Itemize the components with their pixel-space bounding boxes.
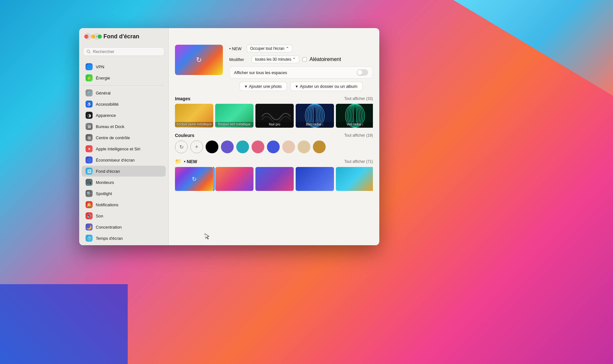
sidebar-item-notifications[interactable]: 🔔 Notifications <box>82 199 166 210</box>
bureau-icon: 🖥 <box>86 123 93 130</box>
new-badge: • NEW <box>229 46 242 51</box>
swatch-add[interactable]: + <box>190 140 203 153</box>
sidebar: 🌐 VPN ⚡ Énergie ⚙️ Général ♿ Accessibili… <box>79 28 169 245</box>
color-swatches: ↻ + <box>175 140 373 153</box>
folder-thumb-1[interactable]: ↻ <box>175 167 213 191</box>
couleurs-see-all[interactable]: Tout afficher (19) <box>344 133 373 138</box>
accessibility-icon: ♿ <box>86 101 93 108</box>
sidebar-label-son: Son <box>96 214 103 218</box>
fill-dropdown[interactable]: Occuper tout l'écran ⌃ <box>247 45 292 52</box>
swatch-purple[interactable] <box>221 140 234 153</box>
thumb-noir-label: Noir pro <box>255 122 294 127</box>
thumb-vert2-label: Vert radial ↓ <box>336 122 373 127</box>
sidebar-label-temps: Temps d'écran <box>96 236 123 241</box>
sidebar-label-spotlight: Spotlight <box>96 191 112 196</box>
swatch-gold[interactable] <box>313 140 326 153</box>
sidebar-item-spotlight[interactable]: 🔍 Spotlight <box>82 188 166 199</box>
random-row: Aléatoirement <box>302 57 341 62</box>
folder-thumb-4[interactable] <box>296 167 334 191</box>
notifications-icon: 🔔 <box>86 201 93 208</box>
swatch-peach[interactable] <box>282 140 295 153</box>
sidebar-item-siri[interactable]: ✦ Apple Intelligence et Siri <box>82 143 166 154</box>
swatch-refresh[interactable]: ↻ <box>175 140 188 153</box>
wallpaper-preview-image: ↻ <box>175 45 223 75</box>
sidebar-item-son[interactable]: 🔊 Son <box>82 210 166 221</box>
thumb-jaune-label: bonjour jaune métallique <box>175 122 213 127</box>
main-content: ‹ › Fond d'écran ↻ • NEW Occuper tout l'… <box>169 28 379 245</box>
swatch-teal[interactable] <box>236 140 249 153</box>
folder-section-title: • NEW <box>184 159 197 164</box>
sidebar-item-concentration[interactable]: 🌙 Concentration <box>82 222 166 232</box>
sidebar-label-concentration: Concentration <box>96 225 122 230</box>
wallpaper-controls: • NEW Occuper tout l'écran ⌃ Modifier to… <box>229 45 373 91</box>
energy-icon: ⚡ <box>86 74 93 81</box>
sidebar-item-accessibilite[interactable]: ♿ Accessibilité <box>82 99 166 110</box>
general-icon: ⚙️ <box>86 89 93 96</box>
thumb-bleu-label: Bleu radial ↓ <box>296 122 334 127</box>
folder-section: 📁 • NEW Tout afficher (71) ↻ <box>175 158 373 191</box>
concentration-icon: 🌙 <box>86 224 93 231</box>
sidebar-label-bureau: Bureau et Dock <box>96 124 125 129</box>
interval-dropdown[interactable]: toutes les 30 minutes ⌃ <box>252 56 299 63</box>
son-icon: 🔊 <box>86 212 93 219</box>
sidebar-label-general: Général <box>96 91 110 95</box>
siri-icon: ✦ <box>86 145 93 152</box>
sidebar-label-apparence: Apparence <box>96 113 116 118</box>
folder-see-all[interactable]: Tout afficher (71) <box>344 159 373 164</box>
svg-point-0 <box>87 50 90 52</box>
folder-thumb-1-refresh-icon: ↻ <box>175 167 213 191</box>
economiseur-icon: 🌀 <box>86 156 93 163</box>
couleurs-section: Couleurs Tout afficher (19) ↻ + <box>175 133 373 153</box>
folder-thumb-2[interactable] <box>215 167 254 191</box>
sidebar-item-centre[interactable]: ⊞ Centre de contrôle <box>82 132 166 143</box>
sidebar-item-apparence[interactable]: ◑ Apparence <box>82 110 166 121</box>
spaces-toggle[interactable] <box>357 69 368 76</box>
sidebar-item-ecran[interactable]: 🔒 Écran verrouillé <box>82 244 166 245</box>
sidebar-label-moniteurs: Moniteurs <box>96 180 114 185</box>
refresh-overlay-icon: ↻ <box>175 45 223 75</box>
folder-icon: 📁 <box>175 158 181 164</box>
sidebar-label-fond: Fond d'écran <box>96 169 120 174</box>
temps-icon: ⏱ <box>86 235 93 242</box>
swatch-beige[interactable] <box>298 140 310 153</box>
sidebar-label-notifications: Notifications <box>96 202 118 207</box>
folder-thumb-3[interactable] <box>255 167 294 191</box>
folder-thumb-5[interactable] <box>336 167 373 191</box>
add-photo-button[interactable]: ▾ Ajouter une photo <box>239 82 287 91</box>
swatch-blue[interactable] <box>267 140 280 153</box>
images-thumbnails-row: bonjour jaune métallique Bonjour vert mé… <box>175 104 373 128</box>
sidebar-items-list: 🌐 VPN ⚡ Énergie ⚙️ Général ♿ Accessibili… <box>79 60 168 245</box>
sidebar-item-economiseur[interactable]: 🌀 Économiseur d'écran <box>82 155 166 165</box>
folder-thumbnails-row: ↻ <box>175 167 373 191</box>
centre-icon: ⊞ <box>86 134 93 141</box>
content-body: ↻ • NEW Occuper tout l'écran ⌃ Modifier <box>169 45 379 245</box>
thumb-vert-label: Bonjour vert métallique <box>215 122 254 127</box>
random-checkbox[interactable] <box>302 57 307 62</box>
images-see-all[interactable]: Tout afficher (33) <box>344 96 373 101</box>
search-icon <box>87 49 91 54</box>
sidebar-item-temps[interactable]: ⏱ Temps d'écran <box>82 233 166 244</box>
sidebar-item-general[interactable]: ⚙️ Général <box>82 87 166 98</box>
swatch-black[interactable] <box>206 140 218 153</box>
sidebar-item-energie[interactable]: ⚡ Énergie <box>82 72 166 83</box>
fond-icon: 🖼 <box>86 168 93 175</box>
search-box[interactable] <box>83 47 164 56</box>
thumb-noir-pro[interactable]: Noir pro <box>255 104 294 128</box>
thumb-vert-metallique[interactable]: Bonjour vert métallique <box>215 104 254 128</box>
search-input[interactable] <box>93 49 161 54</box>
random-label: Aléatoirement <box>309 57 341 62</box>
swatch-pink[interactable] <box>252 140 264 153</box>
thumb-vert-radial[interactable]: Vert radial ↓ <box>336 104 373 128</box>
sidebar-item-bureau[interactable]: 🖥 Bureau et Dock <box>82 121 166 132</box>
thumb-bleu-radial[interactable]: Bleu radial ↓ <box>296 104 334 128</box>
sidebar-item-vpn[interactable]: 🌐 VPN <box>82 61 166 72</box>
svg-line-1 <box>89 52 91 53</box>
add-folder-button[interactable]: ▾ Ajouter un dossier ou un album <box>290 82 363 91</box>
sidebar-item-fond[interactable]: 🖼 Fond d'écran <box>82 166 166 177</box>
sidebar-item-moniteurs[interactable]: 📺 Moniteurs <box>82 177 166 188</box>
couleurs-section-header: Couleurs Tout afficher (19) <box>175 133 373 138</box>
sidebar-label-energie: Énergie <box>96 76 110 80</box>
thumb-jaune-metallique[interactable]: bonjour jaune métallique <box>175 104 213 128</box>
sidebar-label-economiseur: Économiseur d'écran <box>96 158 135 163</box>
appearance-icon: ◑ <box>86 112 93 119</box>
